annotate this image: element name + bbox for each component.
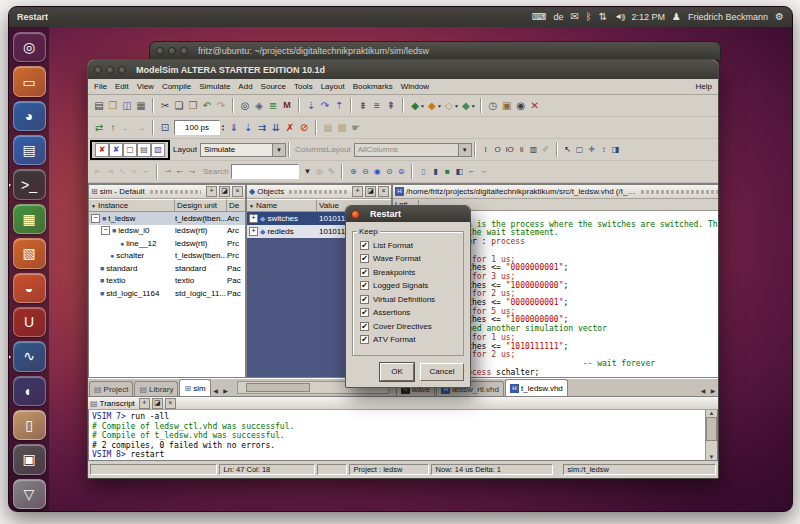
- wave-pattern-icon[interactable]: ▧: [151, 143, 165, 157]
- modelsim-m-icon[interactable]: M: [280, 99, 294, 113]
- checkbox-checked-icon[interactable]: ✔: [360, 254, 369, 263]
- stop-icon[interactable]: ⊘: [297, 121, 311, 135]
- checkbox-row-cover-directives[interactable]: ✔Cover Directives: [360, 322, 458, 331]
- radix-edit-icon[interactable]: ✐: [540, 144, 552, 156]
- continue-icon[interactable]: ⇉: [255, 121, 269, 135]
- launcher-eclipse-icon[interactable]: ◐: [13, 376, 46, 406]
- zoom-mode-icon[interactable]: ▢: [574, 144, 586, 156]
- table-row[interactable]: ●line__12ledsw(rtl)Prc: [89, 237, 245, 250]
- checkbox-checked-icon[interactable]: ✔: [360, 295, 369, 304]
- launcher-archive-manager-icon[interactable]: ▯: [13, 410, 46, 440]
- scroll-up-icon[interactable]: ▲: [709, 410, 715, 416]
- table-row[interactable]: ■textiotextioPac: [89, 275, 245, 288]
- menu-bookmarks[interactable]: Bookmarks: [349, 82, 397, 91]
- cut-icon[interactable]: ✂: [158, 99, 172, 113]
- menu-tools[interactable]: Tools: [290, 82, 317, 91]
- pane-left-icon[interactable]: ▯: [417, 166, 429, 178]
- save-icon[interactable]: ◫: [120, 99, 134, 113]
- tab-scroll-right-icon[interactable]: ▶: [221, 384, 231, 396]
- gear-icon[interactable]: ⚙: [775, 12, 784, 22]
- launcher-libreoffice-writer-icon[interactable]: ▤: [13, 135, 46, 165]
- tree-expander-icon[interactable]: −: [101, 226, 110, 235]
- user-menu[interactable]: Friedrich Beckmann: [688, 12, 768, 22]
- checkbox-checked-icon[interactable]: ✔: [360, 335, 369, 344]
- tab-sim[interactable]: ⊞sim: [179, 379, 210, 396]
- scroll-down-icon[interactable]: ▼: [709, 454, 715, 460]
- launcher-firefox-icon[interactable]: ◕: [13, 101, 46, 131]
- mail-icon[interactable]: ✉: [570, 12, 578, 22]
- search-input[interactable]: [231, 164, 299, 179]
- wave-blank-icon[interactable]: ▢: [123, 143, 137, 157]
- terminal-minimize-icon[interactable]: [168, 47, 176, 55]
- keyboard-icon[interactable]: ⌨: [532, 12, 546, 22]
- zoom-panel-icon[interactable]: ◪: [152, 398, 163, 409]
- undock-icon[interactable]: +: [352, 186, 363, 197]
- tree-expander-icon[interactable]: −: [91, 214, 100, 223]
- pan-mode-icon[interactable]: ✛: [586, 144, 598, 156]
- stack-down-icon[interactable]: ⇟: [356, 99, 370, 113]
- menu-edit[interactable]: Edit: [111, 82, 133, 91]
- profile-icon[interactable]: ◷: [486, 99, 500, 113]
- restart-dialog-titlebar[interactable]: Restart: [346, 206, 470, 222]
- transcript-panel[interactable]: VSIM 7> run -all# Compile of ledsw_ctl.v…: [88, 410, 718, 461]
- close-panel-icon[interactable]: ×: [165, 398, 176, 409]
- transcript-vscrollbar[interactable]: ▲ ▼: [705, 410, 717, 460]
- table-row[interactable]: −■t_ledswt_ledsw(tben...Arc: [89, 212, 245, 225]
- tab-scroll-right-icon[interactable]: ▶: [708, 384, 718, 396]
- undo-icon[interactable]: ↶: [200, 99, 214, 113]
- zoom-in-icon[interactable]: ⊕: [347, 166, 359, 178]
- tab-scroll-left-icon[interactable]: ◀: [211, 384, 221, 396]
- objects-panel-header[interactable]: ◆ Objects + ◪ ×: [247, 185, 391, 199]
- table-row[interactable]: ●schaltert_ledsw(tben...Prc: [89, 250, 245, 263]
- sim-column-headers[interactable]: ▼Instance Design unit De: [89, 199, 245, 212]
- radix-1-icon[interactable]: I: [480, 144, 492, 156]
- bluetooth-icon[interactable]: ᛒ: [586, 12, 592, 22]
- launcher-software-center-icon[interactable]: ◒: [13, 273, 46, 303]
- nav-back-icon[interactable]: ◀: [718, 201, 719, 209]
- table-row[interactable]: ■standardstandardPac: [89, 262, 245, 275]
- compile-icon[interactable]: ≣: [266, 99, 280, 113]
- stretch-mode-icon[interactable]: ↕: [598, 144, 610, 156]
- wave-grid-icon[interactable]: ▤: [137, 143, 151, 157]
- copy-icon[interactable]: ❏: [172, 99, 186, 113]
- paste-icon[interactable]: ❐: [186, 99, 200, 113]
- checkbox-checked-icon[interactable]: ✔: [360, 281, 369, 290]
- search-edit-icon[interactable]: ✎: [325, 166, 337, 178]
- forward-icon[interactable]: →: [134, 121, 148, 135]
- stack-up-icon[interactable]: ⇞: [384, 99, 398, 113]
- tree-expander-icon[interactable]: +: [249, 227, 258, 236]
- watch-icon[interactable]: ◉: [514, 99, 528, 113]
- restore-icon[interactable]: ⊡: [158, 121, 172, 135]
- up-level-icon[interactable]: ↑: [106, 121, 120, 135]
- find-all-icon[interactable]: ⇁: [186, 166, 198, 178]
- user-icon[interactable]: ♟: [672, 12, 681, 22]
- wave-sine-icon[interactable]: ∿: [116, 166, 128, 178]
- tab-library[interactable]: ▤Library: [134, 381, 178, 396]
- radix-bus-icon[interactable]: ▥: [528, 144, 540, 156]
- tab-scroll-left-icon[interactable]: ◀: [698, 384, 708, 396]
- corner-a-icon[interactable]: ⌐: [465, 166, 477, 178]
- layout-select[interactable]: Simulate ▼: [200, 143, 286, 157]
- run-icon[interactable]: ⇓: [227, 121, 241, 135]
- launcher-ubuntu-one-icon[interactable]: U: [13, 307, 46, 337]
- zoom-full-icon[interactable]: ◉: [371, 166, 383, 178]
- launcher-dash-home-icon[interactable]: ◎: [13, 32, 46, 62]
- zoom-range-icon[interactable]: ⊜: [395, 166, 407, 178]
- zoom-out-icon[interactable]: ⊖: [359, 166, 371, 178]
- keyboard-layout-indicator[interactable]: de: [553, 12, 563, 22]
- find-icon[interactable]: ◎: [238, 99, 252, 113]
- undock-icon[interactable]: +: [139, 398, 150, 409]
- swap-view-icon[interactable]: ⇄: [92, 121, 106, 135]
- wave-step-icon[interactable]: ⌐: [140, 166, 152, 178]
- restart-sim-icon[interactable]: ▦: [321, 121, 335, 135]
- tree-expander-icon[interactable]: +: [249, 214, 258, 223]
- memory-icon[interactable]: ▣: [500, 99, 514, 113]
- network-icon[interactable]: ⇅: [599, 12, 607, 22]
- launcher-libreoffice-impress-icon[interactable]: ▧: [13, 238, 46, 268]
- tab-project[interactable]: ▤Project: [89, 381, 133, 396]
- menu-source[interactable]: Source: [257, 82, 290, 91]
- scroll-thumb[interactable]: [246, 383, 310, 392]
- undock-icon[interactable]: +: [206, 186, 217, 197]
- source-panel-header[interactable]: H /home/fritz/projects/digitaltechnikpra…: [393, 185, 719, 199]
- redo-icon[interactable]: ↷: [214, 99, 228, 113]
